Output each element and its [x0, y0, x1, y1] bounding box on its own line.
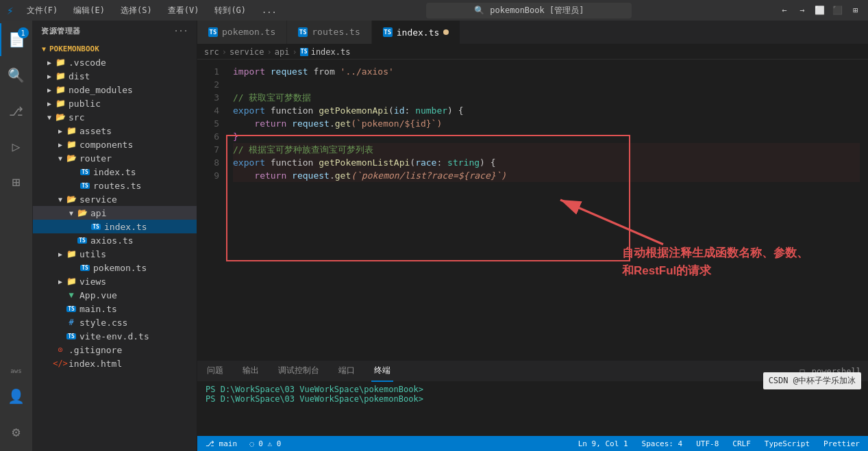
plain: :	[436, 156, 447, 169]
status-eol[interactable]: CRLF	[730, 439, 754, 448]
kw-comment: // 根据宝可梦种族查询宝可梦列表	[233, 143, 373, 156]
activity-settings[interactable]: ⚙	[0, 415, 33, 448]
nav-forward[interactable]: →	[797, 5, 808, 16]
tree-item-axios[interactable]: TS axios.ts	[33, 233, 197, 247]
search-text: pokemonBook [管理员]	[490, 5, 584, 16]
status-position[interactable]: Ln 9, Col 1	[575, 439, 631, 448]
panel-tab-issues[interactable]: 问题	[204, 361, 226, 382]
tree-item-router-routes[interactable]: TS routes.ts	[33, 179, 197, 192]
tree-item-public[interactable]: ▶ 📁 public	[33, 96, 197, 110]
status-encoding[interactable]: UTF-8	[693, 439, 721, 448]
menu-goto[interactable]: 转到(G)	[212, 3, 249, 18]
menu-file[interactable]: 文件(F)	[24, 3, 61, 18]
kw-function: getPokemonListApi	[319, 156, 410, 169]
kw-type: string	[447, 156, 480, 169]
tree-item-api-index[interactable]: TS index.ts	[33, 220, 197, 233]
status-errors[interactable]: ◌ 0 ⚠ 0	[247, 439, 284, 448]
tree-item-assets[interactable]: ▶ 📁 assets	[33, 124, 197, 138]
git-icon: ⎇	[9, 104, 23, 118]
project-root[interactable]: ▼ POKEMONBOOK	[33, 42, 197, 55]
tree-item-router[interactable]: ▼ 📂 router	[33, 151, 197, 165]
nav-back[interactable]: ←	[779, 5, 790, 16]
menu-select[interactable]: 选择(S)	[118, 3, 155, 18]
tree-item-gitignore[interactable]: ⊙ .gitignore	[33, 343, 197, 357]
activity-git[interactable]: ⎇	[0, 94, 33, 127]
tab-routes-ts[interactable]: TS routes.ts	[287, 21, 371, 44]
tree-item-node-modules[interactable]: ▶ 📁 node_modules	[33, 83, 197, 96]
menu-view[interactable]: 查看(V)	[165, 3, 202, 18]
tree-item-api[interactable]: ▼ 📂 api	[33, 206, 197, 220]
status-language[interactable]: TypeScript	[762, 439, 813, 448]
status-spaces[interactable]: Spaces: 4	[639, 439, 686, 448]
root-arrow: ▼	[38, 43, 49, 54]
panel-content: PS D:\WorkSpace\03 VueWorkSpace\pokemonB…	[197, 382, 868, 436]
tree-item-service[interactable]: ▼ 📂 service	[33, 192, 197, 206]
tree-label: index.html	[69, 359, 197, 369]
status-prettier[interactable]: Prettier	[821, 439, 863, 448]
plain: (	[388, 104, 394, 117]
tree-item-vscode[interactable]: ▶ 📁 .vscode	[33, 55, 197, 69]
tab-pokemon-ts[interactable]: TS pokemon.ts	[197, 21, 287, 44]
tree-item-main-ts[interactable]: TS main.ts	[33, 302, 197, 315]
window-layout2[interactable]: ⬛	[832, 5, 843, 16]
css-icon: #	[66, 317, 77, 328]
sidebar-more-icon[interactable]: ···	[174, 27, 188, 36]
activity-search[interactable]: 🔍	[0, 59, 33, 92]
activity-extensions[interactable]: ⊞	[0, 166, 33, 198]
title-bar-search[interactable]: 🔍 pokemonBook [管理员]	[426, 3, 632, 18]
tree-item-style-css[interactable]: # style.css	[33, 315, 197, 329]
tree-item-utils-pokemon[interactable]: TS pokemon.ts	[33, 261, 197, 274]
tree-item-utils[interactable]: ▶ 📁 utils	[33, 247, 197, 261]
folder-icon: 📁	[55, 70, 66, 81]
aws-label: aws	[9, 365, 23, 377]
tree-item-router-index[interactable]: TS index.ts	[33, 165, 197, 179]
window-layout1[interactable]: ⬜	[815, 5, 826, 16]
csdn-watermark: CSDN @中杯子学乐加冰	[763, 372, 861, 389]
dist-arrow: ▶	[44, 70, 55, 81]
kw-import: import	[233, 65, 271, 78]
empty-arrow	[69, 262, 79, 273]
tree-item-src[interactable]: ▼ 📂 src	[33, 110, 197, 124]
activity-account[interactable]: 👤	[0, 380, 33, 413]
menu-edit[interactable]: 编辑(E)	[71, 3, 108, 18]
tree-label: routes.ts	[93, 181, 197, 191]
kw-param-name: race	[415, 156, 436, 169]
window-layout3[interactable]: ⊞	[850, 5, 861, 16]
code-editor[interactable]: 1 2 3 4 5 6 7 8 9 import request from '.…	[197, 60, 868, 361]
panel-tab-debug[interactable]: 调试控制台	[275, 361, 322, 382]
panel-tab-ports[interactable]: 端口	[336, 361, 358, 382]
tree-item-components[interactable]: ▶ 📁 components	[33, 138, 197, 151]
ts-icon: TS	[90, 221, 101, 232]
panel-tab-output[interactable]: 输出	[240, 361, 262, 382]
panel-tab-terminal[interactable]: 终端	[371, 361, 393, 382]
account-icon: 👤	[8, 388, 25, 404]
project-name: POKEMONBOOK	[49, 44, 99, 53]
tree-item-index-html[interactable]: </> index.html	[33, 357, 197, 370]
plain: .	[330, 117, 335, 130]
ts-icon: TS	[77, 235, 88, 246]
status-git[interactable]: ⎇ main	[203, 439, 240, 448]
empty-arrow	[55, 289, 66, 300]
plain: ) {	[447, 104, 463, 117]
settings-icon: ⚙	[12, 424, 20, 440]
plain: ) {	[480, 156, 495, 169]
sidebar-header-icons[interactable]: ···	[174, 27, 188, 36]
code-lines[interactable]: import request from '../axios' // 获取宝可梦数…	[225, 65, 868, 355]
activity-files[interactable]: 📄 1	[0, 23, 33, 56]
tree-label: utils	[79, 249, 197, 259]
plain: function	[271, 156, 319, 169]
code-line-4: export function getPokemonApi(id: number…	[233, 104, 860, 117]
plain: .	[330, 169, 335, 182]
menu-more[interactable]: ...	[259, 4, 280, 16]
tree-item-views[interactable]: ▶ 📁 views	[33, 274, 197, 288]
tree-item-app-vue[interactable]: ▼ App.vue	[33, 288, 197, 302]
breadcrumb-src: src	[204, 47, 219, 57]
utils-arrow: ▶	[55, 248, 66, 259]
activity-debug[interactable]: ▷	[0, 130, 33, 163]
tree-item-dist[interactable]: ▶ 📁 dist	[33, 69, 197, 83]
plain: :	[404, 104, 415, 117]
tree-item-vite-env[interactable]: TS vite-env.d.ts	[33, 329, 197, 343]
line-numbers: 1 2 3 4 5 6 7 8 9	[197, 65, 225, 355]
tab-index-ts[interactable]: TS index.ts	[372, 21, 461, 44]
node-modules-arrow: ▶	[44, 84, 55, 95]
